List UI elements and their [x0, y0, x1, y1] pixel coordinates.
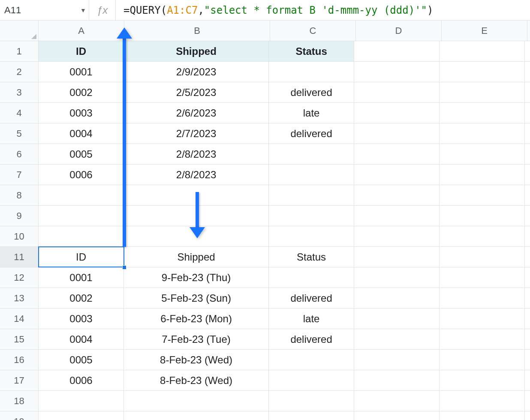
col-e-header[interactable]: E	[442, 21, 527, 41]
row-10-header[interactable]: 10	[0, 226, 38, 247]
cell-a13[interactable]: 0002	[39, 288, 124, 309]
row-15-header[interactable]: 15	[0, 329, 38, 350]
cell-c2[interactable]	[269, 62, 354, 82]
cell-a10[interactable]	[39, 226, 124, 247]
row-7-header[interactable]: 7	[0, 165, 38, 185]
row-11-header[interactable]: 11	[0, 247, 38, 267]
cell-d6[interactable]	[354, 144, 440, 165]
cell-a5[interactable]: 0004	[39, 123, 124, 144]
cell-b13[interactable]: 5-Feb-23 (Sun)	[124, 288, 269, 309]
row-12-header[interactable]: 12	[0, 267, 38, 288]
cell-e2[interactable]	[440, 62, 525, 82]
cell-d12[interactable]	[354, 267, 440, 288]
cell-d16[interactable]	[354, 350, 440, 370]
cell-e16[interactable]	[440, 350, 525, 370]
col-a-header[interactable]: A	[39, 21, 124, 41]
cell-b6[interactable]: 2/8/2023	[124, 144, 269, 165]
cell-b11[interactable]: Shipped	[124, 247, 269, 267]
cell-c10[interactable]	[269, 226, 354, 247]
cell-c3[interactable]: delivered	[269, 82, 354, 103]
cell-c14[interactable]: late	[269, 309, 354, 329]
row-18-header[interactable]: 18	[0, 391, 38, 411]
cell-e8[interactable]	[440, 185, 525, 206]
row-6-header[interactable]: 6	[0, 144, 38, 165]
cell-b3[interactable]: 2/5/2023	[124, 82, 269, 103]
row-5-header[interactable]: 5	[0, 123, 38, 144]
cell-b15[interactable]: 7-Feb-23 (Tue)	[124, 329, 269, 350]
cell-d1[interactable]	[354, 41, 440, 62]
cell-d5[interactable]	[354, 123, 440, 144]
cell-c11[interactable]: Status	[269, 247, 354, 267]
cell-b17[interactable]: 8-Feb-23 (Wed)	[124, 370, 269, 391]
cell-c17[interactable]	[269, 370, 354, 391]
cell-c16[interactable]	[269, 350, 354, 370]
name-box-dropdown-icon[interactable]: ▼	[78, 7, 89, 14]
cell-d14[interactable]	[354, 309, 440, 329]
cell-e10[interactable]	[440, 226, 525, 247]
cell-d9[interactable]	[354, 206, 440, 226]
cell-d10[interactable]	[354, 226, 440, 247]
cell-d3[interactable]	[354, 82, 440, 103]
cell-a2[interactable]: 0001	[39, 62, 124, 82]
cell-e5[interactable]	[440, 123, 525, 144]
cell-e1[interactable]	[440, 41, 525, 62]
cell-c19[interactable]	[269, 411, 354, 420]
cell-b18[interactable]	[124, 391, 269, 411]
row-19-header[interactable]: 19	[0, 411, 38, 420]
cell-a19[interactable]	[39, 411, 124, 420]
cell-c4[interactable]: late	[269, 103, 354, 123]
cell-d19[interactable]	[354, 411, 440, 420]
cell-b5[interactable]: 2/7/2023	[124, 123, 269, 144]
cell-d15[interactable]	[354, 329, 440, 350]
cell-e12[interactable]	[440, 267, 525, 288]
row-1-header[interactable]: 1	[0, 41, 38, 62]
cell-a7[interactable]: 0006	[39, 165, 124, 185]
cell-a8[interactable]	[39, 185, 124, 206]
row-9-header[interactable]: 9	[0, 206, 38, 226]
cell-d11[interactable]	[354, 247, 440, 267]
cell-c13[interactable]: delivered	[269, 288, 354, 309]
cell-e4[interactable]	[440, 103, 525, 123]
cell-a1[interactable]: ID	[39, 41, 124, 62]
cell-b7[interactable]: 2/8/2023	[124, 165, 269, 185]
select-all-corner[interactable]	[0, 21, 39, 41]
cell-a15[interactable]: 0004	[39, 329, 124, 350]
row-8-header[interactable]: 8	[0, 185, 38, 206]
cell-d18[interactable]	[354, 391, 440, 411]
formula-input[interactable]: =QUERY(A1:C7,"select * format B 'd-mmm-y…	[116, 4, 530, 16]
col-b-header[interactable]: B	[124, 21, 270, 41]
cell-e14[interactable]	[440, 309, 525, 329]
cell-a3[interactable]: 0002	[39, 82, 124, 103]
cell-a12[interactable]: 0001	[39, 267, 124, 288]
name-box[interactable]: A11	[4, 5, 78, 16]
cell-e6[interactable]	[440, 144, 525, 165]
cell-a11[interactable]: ID	[39, 247, 124, 267]
cell-c15[interactable]: delivered	[269, 329, 354, 350]
cell-e17[interactable]	[440, 370, 525, 391]
cell-c8[interactable]	[269, 185, 354, 206]
cell-c5[interactable]: delivered	[269, 123, 354, 144]
cell-c1[interactable]: Status	[269, 41, 354, 62]
row-13-header[interactable]: 13	[0, 288, 38, 309]
cell-a14[interactable]: 0003	[39, 309, 124, 329]
cell-b12[interactable]: 9-Feb-23 (Thu)	[124, 267, 269, 288]
cell-a6[interactable]: 0005	[39, 144, 124, 165]
row-4-header[interactable]: 4	[0, 103, 38, 123]
row-16-header[interactable]: 16	[0, 350, 38, 370]
cell-d4[interactable]	[354, 103, 440, 123]
cell-e13[interactable]	[440, 288, 525, 309]
cell-b4[interactable]: 2/6/2023	[124, 103, 269, 123]
row-14-header[interactable]: 14	[0, 309, 38, 329]
cell-e15[interactable]	[440, 329, 525, 350]
cell-e7[interactable]	[440, 165, 525, 185]
cell-c12[interactable]	[269, 267, 354, 288]
cell-a16[interactable]: 0005	[39, 350, 124, 370]
cell-b19[interactable]	[124, 411, 269, 420]
cell-d17[interactable]	[354, 370, 440, 391]
cell-a17[interactable]: 0006	[39, 370, 124, 391]
cell-e9[interactable]	[440, 206, 525, 226]
cell-e11[interactable]	[440, 247, 525, 267]
cell-a9[interactable]	[39, 206, 124, 226]
row-17-header[interactable]: 17	[0, 370, 38, 391]
cell-c6[interactable]	[269, 144, 354, 165]
